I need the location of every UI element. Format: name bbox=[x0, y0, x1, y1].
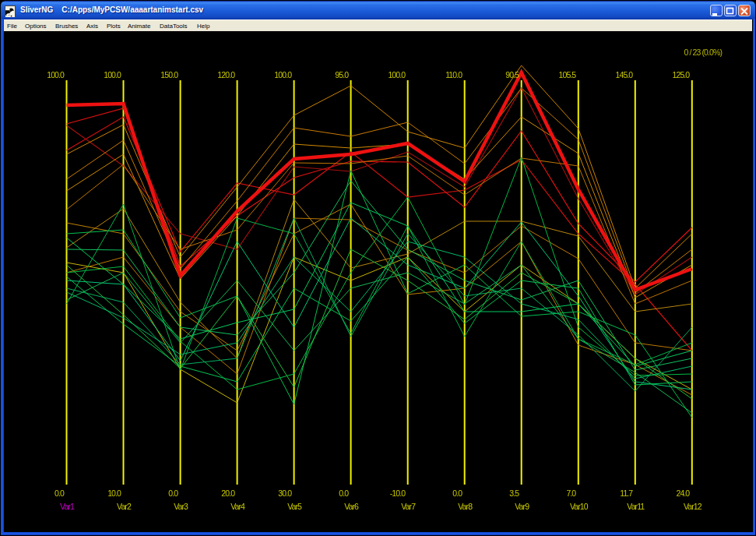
svg-text:7.0: 7.0 bbox=[566, 488, 576, 498]
svg-text:105.5: 105.5 bbox=[559, 70, 577, 79]
svg-text:0.0: 0.0 bbox=[168, 488, 178, 498]
svg-text:110.0: 110.0 bbox=[445, 70, 462, 79]
svg-text:Var1: Var1 bbox=[60, 502, 75, 511]
svg-text:90.5: 90.5 bbox=[505, 70, 519, 79]
svg-text:Var2: Var2 bbox=[117, 502, 132, 511]
svg-text:100.0: 100.0 bbox=[104, 70, 121, 79]
svg-text:-10.0: -10.0 bbox=[390, 488, 406, 498]
svg-text:3.5: 3.5 bbox=[509, 488, 519, 498]
svg-text:24.0: 24.0 bbox=[676, 488, 690, 498]
svg-text:Var5: Var5 bbox=[287, 502, 302, 511]
svg-text:0.0: 0.0 bbox=[452, 488, 462, 498]
svg-text:Var10: Var10 bbox=[570, 502, 589, 511]
svg-text:Var7: Var7 bbox=[401, 502, 416, 511]
svg-text:150.0: 150.0 bbox=[160, 70, 178, 79]
svg-text:95.0: 95.0 bbox=[335, 70, 349, 79]
svg-text:Var4: Var4 bbox=[230, 502, 245, 511]
svg-text:Var11: Var11 bbox=[627, 502, 645, 511]
svg-text:145.0: 145.0 bbox=[616, 70, 634, 79]
svg-text:100.0: 100.0 bbox=[388, 70, 406, 79]
svg-text:100.0: 100.0 bbox=[274, 70, 292, 79]
svg-text:Var3: Var3 bbox=[174, 502, 188, 511]
svg-text:Var12: Var12 bbox=[684, 502, 702, 511]
svg-text:0 / 23 (0.0%): 0 / 23 (0.0%) bbox=[684, 48, 723, 57]
svg-text:20.0: 20.0 bbox=[221, 488, 235, 498]
svg-text:120.0: 120.0 bbox=[217, 70, 235, 79]
svg-text:0.0: 0.0 bbox=[339, 488, 349, 498]
svg-text:0.0: 0.0 bbox=[55, 488, 65, 498]
svg-text:30.0: 30.0 bbox=[278, 488, 292, 498]
svg-text:10.0: 10.0 bbox=[107, 488, 121, 498]
svg-text:Var8: Var8 bbox=[458, 502, 473, 511]
svg-text:125.0: 125.0 bbox=[673, 70, 691, 79]
svg-text:Var9: Var9 bbox=[515, 502, 529, 511]
svg-text:100.0: 100.0 bbox=[47, 70, 65, 79]
svg-text:Var6: Var6 bbox=[344, 502, 359, 511]
svg-text:11.7: 11.7 bbox=[620, 488, 633, 498]
